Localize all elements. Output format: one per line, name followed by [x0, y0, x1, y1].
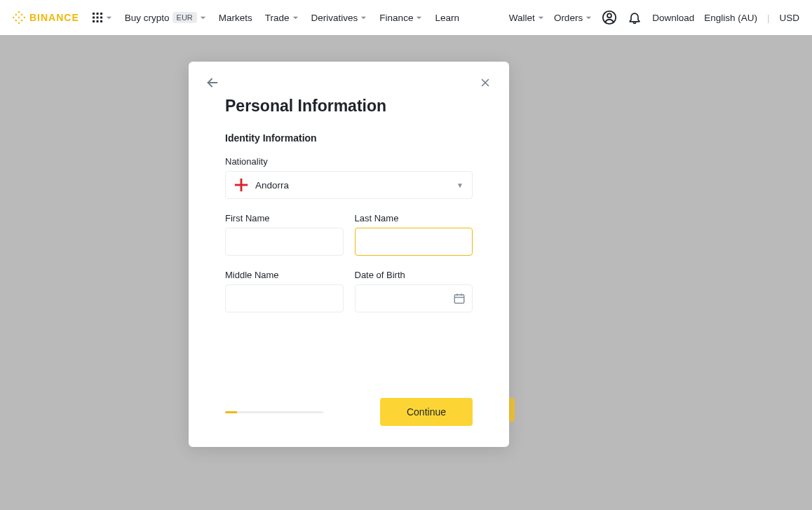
binance-logo-icon [13, 11, 25, 24]
brand-text: BINANCE [29, 12, 79, 23]
svg-rect-2 [13, 16, 15, 18]
nav-left: BINANCE Buy crypto EUR Markets Trade Der… [13, 11, 459, 24]
svg-rect-10 [96, 13, 98, 15]
chevron-down-icon [360, 15, 367, 21]
svg-rect-3 [23, 16, 25, 18]
progress-bar [225, 411, 323, 413]
nav-language[interactable]: English (AU) [704, 13, 757, 23]
chevron-down-icon [106, 15, 112, 21]
last-name-input[interactable] [355, 228, 473, 256]
chevron-down-icon [292, 15, 299, 21]
first-name-label: First Name [225, 213, 344, 223]
svg-rect-12 [93, 17, 95, 19]
nav-right: Wallet Orders Download English (AU) [509, 10, 799, 25]
top-nav: BINANCE Buy crypto EUR Markets Trade Der… [0, 0, 812, 35]
nav-trade-label: Trade [265, 13, 290, 23]
personal-info-modal: Personal Information Identity Informatio… [189, 62, 509, 447]
close-button[interactable] [475, 73, 495, 92]
nav-currency[interactable]: USD [779, 13, 799, 23]
modal-footer: Continue [225, 398, 473, 426]
svg-rect-4 [18, 16, 20, 18]
svg-rect-13 [96, 17, 98, 19]
nationality-value: Andorra [255, 180, 449, 191]
svg-rect-15 [93, 20, 95, 22]
svg-rect-14 [100, 17, 102, 19]
nav-learn[interactable]: Learn [435, 13, 459, 23]
last-name-label: Last Name [355, 213, 473, 223]
nav-markets-label: Markets [219, 13, 252, 23]
chevron-down-icon [416, 15, 422, 21]
first-name-input[interactable] [225, 228, 344, 256]
modal-title: Personal Information [225, 97, 473, 116]
nav-download[interactable]: Download [652, 13, 694, 23]
notifications-button[interactable] [627, 10, 642, 25]
nav-derivatives-label: Derivatives [311, 13, 358, 23]
svg-point-19 [607, 13, 611, 18]
nav-finance-label: Finance [379, 13, 413, 23]
nav-trade[interactable]: Trade [265, 13, 299, 23]
dob-input[interactable] [355, 284, 473, 312]
nav-wallet[interactable]: Wallet [509, 13, 544, 23]
nav-buy-crypto-label: Buy crypto [125, 13, 170, 23]
flag-icon [234, 178, 248, 192]
nav-markets[interactable]: Markets [219, 13, 252, 23]
close-icon [479, 76, 492, 89]
apps-menu-button[interactable] [92, 12, 112, 23]
continue-button[interactable]: Continue [380, 398, 473, 426]
bell-icon [628, 11, 642, 25]
svg-rect-7 [15, 20, 17, 22]
chevron-down-icon [538, 15, 544, 21]
nav-derivatives[interactable]: Derivatives [311, 13, 367, 23]
apps-grid-icon [92, 12, 103, 23]
svg-rect-8 [21, 20, 23, 22]
nav-wallet-label: Wallet [509, 13, 535, 23]
account-button[interactable] [602, 10, 617, 25]
svg-rect-5 [15, 13, 17, 15]
nav-finance[interactable]: Finance [379, 13, 422, 23]
svg-rect-17 [100, 20, 102, 22]
modal-header [203, 73, 495, 92]
svg-rect-0 [18, 11, 20, 13]
nav-orders[interactable]: Orders [554, 13, 592, 23]
middle-name-input[interactable] [225, 284, 344, 312]
middle-name-label: Middle Name [225, 270, 344, 280]
currency-badge: EUR [172, 12, 197, 23]
separator: | [767, 13, 770, 23]
brand-logo[interactable]: BINANCE [13, 11, 79, 24]
nav-currency-label: USD [779, 13, 799, 23]
back-button[interactable] [203, 73, 222, 92]
nationality-label: Nationality [225, 156, 473, 167]
nav-buy-crypto[interactable]: Buy crypto EUR [125, 12, 206, 23]
chevron-down-icon [586, 15, 592, 21]
chevron-down-icon [200, 15, 206, 21]
nav-language-label: English (AU) [704, 13, 757, 23]
dob-label: Date of Birth [355, 270, 473, 280]
nav-learn-label: Learn [435, 13, 459, 23]
nationality-select[interactable]: Andorra ▼ [225, 171, 473, 199]
chevron-down-icon: ▼ [456, 181, 463, 189]
svg-rect-6 [21, 13, 23, 15]
progress-fill [225, 411, 237, 413]
arrow-left-icon [205, 75, 220, 90]
section-title: Identity Information [225, 132, 473, 144]
svg-rect-11 [100, 13, 102, 15]
svg-rect-22 [241, 179, 243, 191]
account-icon [602, 10, 617, 25]
svg-rect-1 [18, 22, 20, 24]
nav-download-label: Download [652, 13, 694, 23]
svg-rect-9 [93, 13, 95, 15]
nav-orders-label: Orders [554, 13, 583, 23]
svg-rect-16 [96, 20, 98, 22]
